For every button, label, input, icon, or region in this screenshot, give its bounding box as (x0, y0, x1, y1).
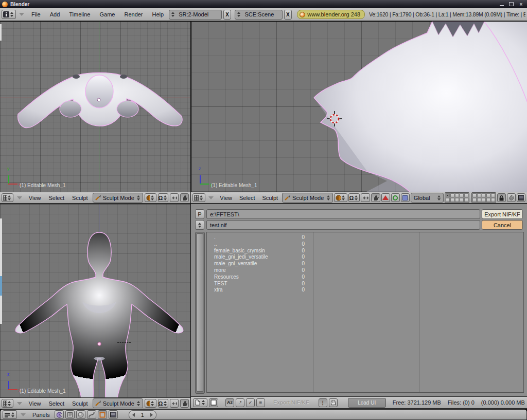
mode-dropdown[interactable]: Sculpt Mode (93, 193, 143, 203)
fullscreen-toggle-button[interactable] (209, 398, 218, 407)
shading-context-button[interactable] (76, 410, 85, 419)
load-ui-button[interactable]: Load UI (348, 398, 386, 408)
mode-dropdown[interactable]: Sculpt Mode (282, 193, 333, 203)
restore-button[interactable] (507, 1, 516, 7)
script-context-button[interactable] (65, 410, 75, 419)
editor-type-button[interactable] (2, 193, 13, 202)
editing-context-button[interactable] (98, 410, 107, 419)
mesh-top-view[interactable] (0, 22, 190, 192)
scene-statistics: Ve:1620 | Fa:1790 | Ob:36-1 | La:1 | Mem… (369, 11, 525, 17)
scene-context-button[interactable] (109, 410, 118, 419)
sort-time-button[interactable]: ✓ (246, 398, 255, 407)
collapse-triangle-icon[interactable] (208, 196, 214, 199)
editor-type-button[interactable] (192, 193, 205, 202)
menu-view[interactable]: View (26, 400, 44, 407)
file-row[interactable]: ..0 (207, 241, 523, 248)
sort-extension-button[interactable]: .* (236, 398, 244, 407)
editor-type-button[interactable] (2, 399, 13, 408)
collapse-triangle-icon[interactable] (17, 402, 22, 405)
object-context-button[interactable] (87, 410, 96, 419)
proportional-edit-button[interactable]: Ω (158, 193, 168, 202)
proportional-edit-button[interactable]: Ω (158, 399, 168, 408)
manipulator-hand-button[interactable] (180, 399, 189, 408)
shaded-sphere-icon (336, 195, 340, 201)
draw-mode-button[interactable] (145, 193, 156, 202)
menu-view[interactable]: View (26, 195, 44, 201)
layer-buttons[interactable] (445, 192, 496, 203)
mirror-arrows-button[interactable] (170, 193, 179, 202)
manipulator-scale-button[interactable] (401, 193, 410, 202)
draw-mode-button[interactable] (334, 193, 347, 202)
sort-size-button[interactable]: ≡ (256, 398, 265, 407)
snap-magnet-button[interactable] (507, 193, 516, 202)
manipulator-hand-button[interactable] (371, 193, 380, 202)
mirror-arrows-button[interactable] (361, 193, 370, 202)
file-row[interactable]: TEST0 (207, 281, 523, 287)
export-nif-button[interactable]: Export NIF/KF (482, 209, 523, 219)
file-row[interactable]: more0 (207, 267, 523, 274)
editor-type-button[interactable] (3, 410, 17, 419)
viewport-head-view[interactable]: z y (1) Editable Mesh_1 (191, 22, 527, 192)
viewport-top-view[interactable]: y x (1) Editable Mesh_1 (0, 22, 190, 192)
menu-game[interactable]: Game (95, 11, 119, 17)
mesh-head-profile[interactable] (191, 22, 527, 192)
magnet-icon (508, 195, 514, 201)
mirror-arrows-button[interactable] (170, 399, 179, 408)
menu-render[interactable]: Render (120, 11, 147, 17)
lock-layers-button[interactable] (497, 193, 506, 202)
menu-add[interactable]: Add (46, 11, 64, 17)
menu-help[interactable]: Help (148, 11, 168, 17)
menu-select[interactable]: Select (45, 195, 67, 201)
menu-select[interactable]: Select (236, 195, 258, 201)
render-preview-button[interactable] (517, 193, 525, 202)
collapse-triangle-icon[interactable] (19, 13, 24, 16)
close-button[interactable]: × (517, 1, 525, 7)
mode-dropdown[interactable]: Sculpt Mode (93, 398, 143, 408)
filename-stepper-button[interactable] (195, 220, 204, 230)
menu-sculpt[interactable]: Sculpt (69, 400, 91, 407)
menu-select[interactable]: Select (45, 400, 67, 407)
mesh-front-view[interactable] (0, 204, 190, 397)
menu-timeline[interactable]: Timeline (65, 11, 94, 17)
blender-website-button[interactable]: www.blender.org 248 (297, 10, 365, 19)
file-row[interactable]: xtra0 (207, 287, 523, 294)
orientation-dropdown[interactable]: Global (411, 193, 444, 203)
file-list-scrollbar[interactable] (195, 232, 205, 394)
viewport-front-view[interactable]: z x (1) Editable Mesh_1 (0, 204, 190, 397)
window-type-button[interactable] (2, 10, 16, 19)
menu-sculpt[interactable]: Sculpt (259, 195, 282, 201)
manipulator-rotate-button[interactable] (391, 193, 400, 202)
parent-directory-button[interactable]: P (195, 209, 204, 219)
file-row[interactable]: .0 (207, 234, 523, 241)
menu-panels[interactable]: Panels (29, 412, 53, 418)
frame-number-field[interactable]: 1 (129, 410, 156, 419)
cancel-button[interactable]: Cancel (482, 220, 523, 230)
file-row[interactable]: Resources0 (207, 274, 523, 281)
menu-file[interactable]: File (27, 11, 45, 17)
manipulator-translate-button[interactable] (381, 193, 390, 202)
screen-delete-button[interactable]: X (223, 10, 232, 20)
filename-field[interactable]: test.nif (206, 220, 480, 230)
screen-selector[interactable]: SR:2-Model (169, 10, 221, 20)
long-list-toggle-button[interactable]: ⋮ (319, 398, 327, 407)
collapse-triangle-icon[interactable] (17, 196, 22, 199)
hide-dot-files-button[interactable] (329, 398, 338, 407)
draw-mode-button[interactable] (145, 399, 156, 408)
scene-delete-button[interactable]: X (284, 10, 292, 20)
minimize-button[interactable] (497, 1, 506, 7)
menu-view[interactable]: View (217, 195, 235, 201)
manipulator-hand-button[interactable] (180, 193, 189, 202)
editor-type-button[interactable] (193, 398, 207, 407)
file-row[interactable]: male_gni_versatile0 (207, 261, 523, 267)
file-row[interactable]: male_gni_jedi_versatile0 (207, 254, 523, 261)
collapse-triangle-icon[interactable] (21, 413, 26, 416)
proportional-edit-button[interactable]: Ω (348, 193, 360, 202)
logic-context-button[interactable] (55, 410, 64, 419)
scene-selector[interactable]: SCE:Scene (235, 10, 282, 20)
selected-size-label: (0.000) 0.000 MB (481, 399, 525, 406)
menu-sculpt[interactable]: Sculpt (69, 195, 91, 201)
file-row[interactable]: female_basic_crymsin0 (207, 248, 523, 254)
sort-alpha-button[interactable]: Az (225, 398, 234, 407)
viewport-header-top-right: View Select Sculpt Sculpt Mode Ω Global (191, 192, 527, 204)
path-field[interactable]: e:\FFTEST\ (206, 209, 480, 219)
